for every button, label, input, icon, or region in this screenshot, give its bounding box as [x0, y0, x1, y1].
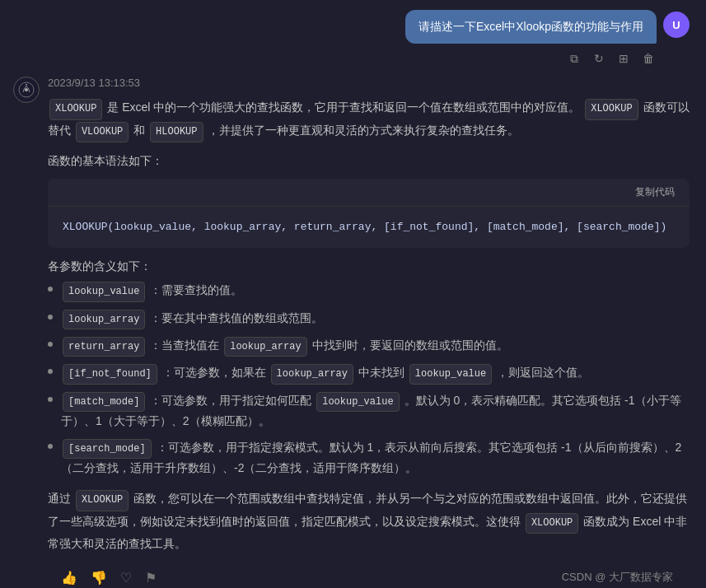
vlookup-badge: VLOOKUP	[76, 122, 129, 143]
ai-intro-paragraph: XLOOKUP 是 Excel 中的一个功能强大的查找函数，它用于查找和返回一个…	[48, 97, 690, 142]
list-item: return_array ：当查找值在 lookup_array 中找到时，要返…	[48, 336, 690, 357]
hlookup-badge: HLOOKUP	[150, 122, 203, 143]
param-desc: ：要在其中查找值的数组或范围。	[150, 311, 323, 324]
thumbs-up-icon[interactable]: 👍	[61, 570, 77, 586]
param-desc: ：当查找值在	[150, 338, 222, 352]
param-badge: [match_mode]	[63, 392, 145, 412]
copy-code-button[interactable]: 复制代码	[630, 184, 680, 201]
ai-avatar	[13, 77, 40, 103]
param-badge-3: lookup_value	[409, 364, 492, 384]
intro-text-3: 和	[133, 124, 148, 137]
footer-icons: 👍 👎 ♡ ⚑	[61, 570, 157, 586]
bookmark-icon[interactable]: ⊞	[615, 50, 632, 67]
bullet-dot	[48, 444, 53, 449]
param-badge: [search_mode]	[63, 439, 152, 459]
syntax-heading: 函数的基本语法如下：	[48, 154, 690, 169]
param-badge-2: lookup_value	[316, 392, 399, 412]
code-block-header: 复制代码	[48, 179, 690, 207]
user-bubble: 请描述一下Excel中Xlookp函数的功能与作用	[405, 10, 657, 44]
intro-text-1: 是 Excel 中的一个功能强大的查找函数，它用于查找和返回一个值在数组或范围中…	[107, 100, 580, 114]
param-badge: lookup_array	[63, 310, 145, 329]
svg-point-1	[25, 88, 28, 91]
param-desc-3: ，则返回这个值。	[497, 366, 589, 379]
user-avatar: U	[663, 12, 690, 38]
ai-response-row: 2023/9/13 13:13:53 XLOOKUP 是 Excel 中的一个功…	[0, 73, 706, 588]
user-message-text: 请描述一下Excel中Xlookp函数的功能与作用	[418, 20, 643, 33]
list-item: [match_mode] ：可选参数，用于指定如何匹配 lookup_value…	[48, 391, 690, 432]
list-item: lookup_value ：需要查找的值。	[48, 281, 690, 301]
code-block-content: XLOOKUP(lookup_value, lookup_array, retu…	[48, 207, 690, 248]
param-text: lookup_value ：需要查找的值。	[61, 281, 690, 301]
param-text: lookup_array ：要在其中查找值的数组或范围。	[61, 309, 690, 329]
param-badge-2: lookup_array	[224, 337, 306, 357]
xlookup-badge-summary: XLOOKUP	[76, 490, 129, 511]
thumbs-down-icon[interactable]: 👎	[91, 570, 107, 586]
xlookup-badge-summary-2: XLOOKUP	[526, 513, 578, 534]
action-icons-row: ⧉ ↻ ⊞ 🗑	[0, 47, 706, 73]
param-desc: ：可选参数，用于指定搜索模式。默认为 1，表示从前向后搜索。其它选项包括 -1（…	[61, 441, 681, 474]
ai-timestamp: 2023/9/13 13:13:53	[48, 77, 690, 89]
code-block-wrapper: 复制代码 XLOOKUP(lookup_value, lookup_array,…	[48, 179, 690, 248]
svg-point-3	[26, 84, 27, 86]
list-item: [if_not_found] ：可选参数，如果在 lookup_array 中未…	[48, 363, 690, 384]
user-message-row: 请描述一下Excel中Xlookp函数的功能与作用 U	[0, 0, 706, 47]
footer-brand: CSDN @ 大厂数据专家	[562, 570, 673, 585]
param-text: [match_mode] ：可选参数，用于指定如何匹配 lookup_value…	[61, 391, 690, 432]
copy-icon[interactable]: ⧉	[566, 50, 582, 67]
params-list: lookup_value ：需要查找的值。 lookup_array ：要在其中…	[48, 281, 690, 478]
page-container: 请描述一下Excel中Xlookp函数的功能与作用 U ⧉ ↻ ⊞ 🗑 2023…	[0, 0, 706, 588]
bullet-dot	[48, 397, 53, 402]
param-text: [search_mode] ：可选参数，用于指定搜索模式。默认为 1，表示从前向…	[61, 438, 690, 478]
xlookup-badge-2: XLOOKUP	[585, 99, 638, 120]
param-desc: ：需要查找的值。	[150, 283, 242, 296]
intro-text-4: ，并提供了一种更直观和灵活的方式来执行复杂的查找任务。	[208, 124, 519, 137]
param-badge: return_array	[63, 337, 145, 357]
bullet-dot	[48, 342, 53, 347]
param-desc: ：可选参数，如果在	[162, 366, 269, 379]
summary-text-1: 通过	[48, 492, 74, 505]
param-desc-2: 中找到时，要返回的数组或范围的值。	[312, 338, 508, 352]
xlookup-badge-1: XLOOKUP	[49, 99, 102, 120]
bullet-dot	[48, 369, 53, 374]
refresh-icon[interactable]: ↻	[591, 50, 607, 67]
heart-icon[interactable]: ♡	[120, 570, 132, 586]
list-item: lookup_array ：要在其中查找值的数组或范围。	[48, 309, 690, 329]
param-badge: lookup_value	[63, 282, 145, 301]
param-badge: [if_not_found]	[63, 364, 157, 384]
list-item: [search_mode] ：可选参数，用于指定搜索模式。默认为 1，表示从前向…	[48, 438, 690, 478]
param-text: [if_not_found] ：可选参数，如果在 lookup_array 中未…	[61, 363, 690, 384]
footer-row: 👍 👎 ♡ ⚑ CSDN @ 大厂数据专家	[48, 562, 690, 588]
param-desc: ：可选参数，用于指定如何匹配	[150, 394, 315, 407]
param-text: return_array ：当查找值在 lookup_array 中找到时，要返…	[61, 336, 690, 357]
param-badge-2: lookup_array	[271, 364, 353, 384]
param-desc-2: 中未找到	[358, 366, 408, 379]
bullet-dot	[48, 287, 53, 292]
delete-icon[interactable]: 🗑	[640, 50, 657, 67]
params-heading: 各参数的含义如下：	[48, 259, 690, 274]
summary-paragraph: 通过 XLOOKUP 函数，您可以在一个范围或数组中查找特定值，并从另一个与之对…	[48, 488, 690, 554]
ai-content: 2023/9/13 13:13:53 XLOOKUP 是 Excel 中的一个功…	[48, 77, 690, 588]
bullet-dot	[48, 315, 53, 320]
flag-icon[interactable]: ⚑	[145, 570, 157, 586]
